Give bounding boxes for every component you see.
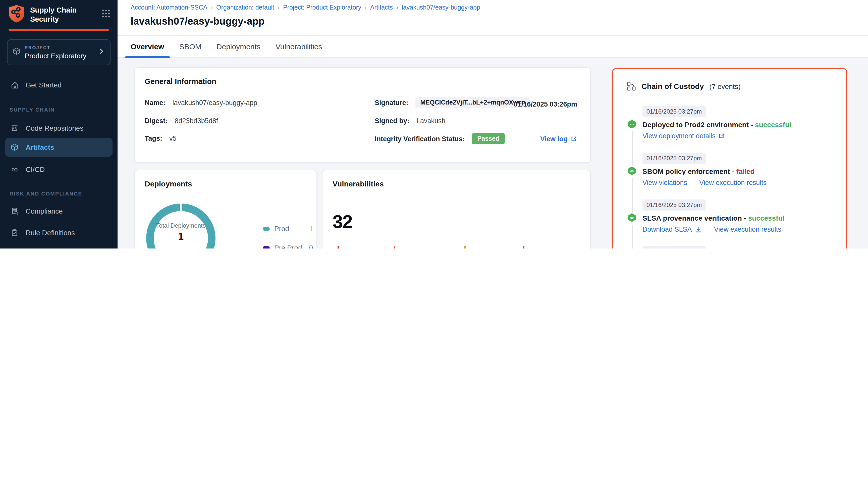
donut-center-value: 1 (154, 231, 208, 242)
event-timestamp: 01/16/2025 03:27pm (642, 199, 706, 211)
column-divider (362, 97, 362, 151)
project-label: PROJECT (25, 45, 86, 50)
event-link[interactable]: View execution results (699, 179, 767, 186)
view-log-link[interactable]: View log (540, 135, 577, 143)
breadcrumb-separator: › (278, 4, 279, 11)
event-timestamp: 01/16/2025 03:27pm (642, 153, 706, 164)
sidebar-item-artifacts[interactable]: Artifacts (5, 138, 113, 157)
event-status: successful (748, 214, 785, 222)
sidebar-item-label: Get Started (26, 81, 61, 89)
custody-event: 01/16/2025 03:26pmArtifact Integrity Ver… (613, 246, 846, 248)
sidebar: Supply Chain Security PROJECT Product Ex… (0, 0, 117, 248)
svg-text:∞: ∞ (630, 122, 634, 127)
chain-of-custody-icon (626, 81, 636, 91)
event-title: Deployed to Prod2 environment - successf… (642, 120, 846, 129)
breadcrumb-separator: › (211, 4, 213, 11)
breadcrumb-link-organization[interactable]: Organization: default (216, 4, 274, 11)
code-repository-icon (10, 124, 19, 132)
custody-event: ∞01/16/2025 03:27pmDeployed to Prod2 env… (613, 106, 846, 153)
legend-label: Pre Prod (274, 244, 302, 248)
legend-swatch-preprod (263, 246, 270, 248)
sidebar-item-rule-definitions[interactable]: Rule Definitions (0, 223, 117, 242)
signature-value[interactable]: MEQCICde2VjIT...bL+2+mqnOXw== (416, 97, 531, 108)
legend-label: Prod (274, 225, 289, 233)
event-timestamp: 01/16/2025 03:27pm (642, 106, 706, 117)
clipboard-check-icon (10, 229, 19, 237)
tags-label: Tags: (145, 135, 162, 142)
page-title: lavakush07/easy-buggy-app (131, 16, 868, 27)
event-link[interactable]: Download SLSA (642, 226, 702, 233)
event-link[interactable]: View deployment details (642, 132, 725, 140)
tab-vulnerabilities[interactable]: Vulnerabilities (276, 36, 322, 57)
project-selector[interactable]: PROJECT Product Exploratory (7, 39, 111, 65)
severity-count: 5 (471, 246, 500, 248)
infinity-icon: ∞ (10, 165, 19, 174)
chain-of-custody-panel: Chain of Custody (7 events) ∞01/16/2025 … (612, 68, 847, 248)
sidebar-item-label: Code Repositories (26, 124, 83, 132)
external-link-icon (570, 136, 577, 142)
event-links: View violationsView execution results (642, 179, 846, 186)
tab-deployments[interactable]: Deployments (217, 36, 260, 57)
deployments-card: Deployments Total Deployments 1 Prod 1 (134, 170, 317, 248)
card-title: Deployments (145, 180, 192, 188)
breadcrumb-separator: › (365, 4, 366, 11)
severity-count: 12 (344, 246, 377, 248)
signed-by-value: Lavakush (416, 117, 446, 125)
chain-of-custody-header: Chain of Custody (7 events) (613, 69, 846, 91)
status-badge-passed: Passed (472, 133, 505, 144)
severity-count: 5 (530, 246, 550, 248)
digest-value: 8d23bd3b5d8f (175, 117, 218, 125)
severity-high: 10 HIGH (394, 246, 422, 248)
home-icon (10, 81, 19, 89)
card-title: Vulnerabilities (333, 180, 384, 188)
cd-pipeline-icon: ∞ (627, 166, 636, 175)
dashboard: General Information Name: lavakush07/eas… (117, 58, 868, 248)
event-links: View deployment details (642, 132, 846, 140)
chevron-right-icon (98, 48, 105, 57)
cube-icon (10, 143, 19, 151)
event-link[interactable]: View violations (642, 179, 687, 186)
document-search-icon (10, 207, 19, 215)
breadcrumb-link-account[interactable]: Account: Automation-SSCA (131, 4, 207, 11)
legend-swatch-prod (263, 227, 270, 230)
tags-value: v5 (169, 135, 176, 142)
general-information-card: General Information Name: lavakush07/eas… (134, 67, 591, 163)
event-link[interactable]: View execution results (714, 226, 781, 233)
event-timestamp: 01/16/2025 03:26pm (642, 246, 706, 248)
breadcrumb-link-artifact-name[interactable]: lavakush07/easy-buggy-app (402, 4, 480, 11)
chain-of-custody-count: (7 events) (709, 82, 741, 90)
signed-by-label: Signed by: (375, 117, 409, 125)
external-link-icon (719, 133, 725, 139)
custody-event-list: ∞01/16/2025 03:27pmDeployed to Prod2 env… (613, 106, 846, 248)
cd-pipeline-icon: ∞ (627, 119, 636, 129)
breadcrumb-link-artifacts[interactable]: Artifacts (370, 4, 393, 11)
breadcrumb-link-project[interactable]: Project: Product Exploratory (283, 4, 361, 11)
legend-item-preprod: Pre Prod 0 (263, 244, 313, 248)
card-title: General Information (145, 77, 216, 85)
breadcrumb-separator: › (396, 4, 398, 11)
module-grid-icon[interactable] (101, 9, 111, 20)
donut-center-label: Total Deployments (154, 222, 208, 230)
event-status: failed (736, 167, 754, 175)
custody-event: ∞01/16/2025 03:27pmSBOM policy enforceme… (613, 153, 846, 199)
event-title: SBOM policy enforcement - failed (642, 167, 846, 175)
digest-label: Digest: (145, 117, 168, 125)
sidebar-item-remediation-tracker[interactable]: Remediation Tracker (0, 245, 117, 248)
tab-overview[interactable]: Overview (131, 36, 164, 57)
svg-text:∞: ∞ (630, 168, 634, 174)
legend-item-prod: Prod 1 (263, 225, 313, 233)
event-status: successful (755, 120, 791, 129)
sidebar-item-label: CI/CD (26, 165, 45, 173)
legend-value: 1 (309, 225, 313, 233)
cube-icon (13, 47, 20, 57)
sidebar-item-label: Compliance (26, 207, 63, 215)
svg-text:∞: ∞ (630, 215, 634, 221)
timeline-connector (632, 225, 633, 248)
sidebar-item-code-repositories[interactable]: Code Repositories (0, 118, 117, 138)
sidebar-item-cicd[interactable]: ∞ CI/CD (0, 160, 117, 179)
tab-sbom[interactable]: SBOM (179, 36, 201, 57)
severity-critical: 12 CRITICAL (337, 246, 377, 248)
sidebar-item-compliance[interactable]: Compliance (0, 201, 117, 221)
sidebar-item-get-started[interactable]: Get Started (0, 75, 117, 95)
main-area: Account: Automation-SSCA › Organization:… (117, 0, 868, 248)
